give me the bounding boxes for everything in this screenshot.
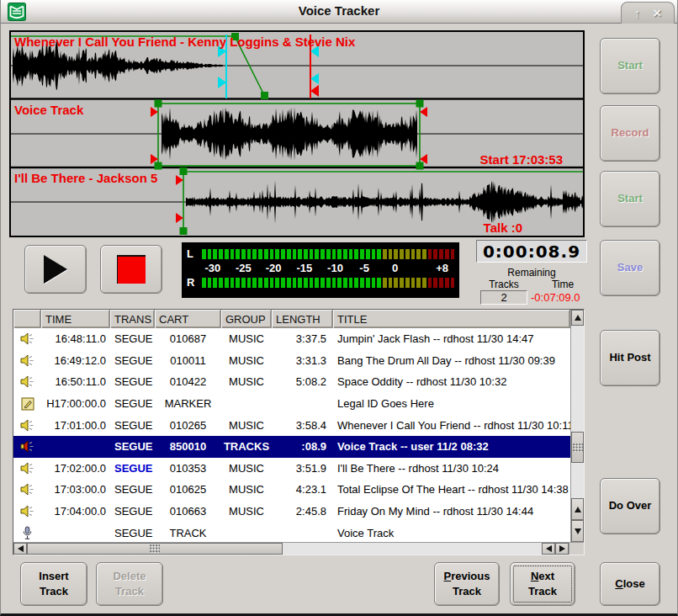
close-window-button[interactable]: × — [653, 6, 661, 20]
log-row[interactable]: SEGUE850010TRACKS:08.9Voice Track -- use… — [13, 436, 570, 458]
meter-scale-label: -5 — [359, 262, 369, 274]
previous-track-button[interactable]: Previous Track — [434, 562, 500, 606]
right-arrow-icon — [559, 545, 565, 552]
row-speaker-red-icon — [13, 436, 41, 458]
row-trans: SEGUE — [110, 414, 155, 436]
save-button[interactable]: Save — [600, 240, 660, 296]
scroll-left-button-2[interactable] — [542, 543, 555, 555]
track1-title: Whenever I Call You Friend - Kenny Loggi… — [14, 35, 355, 49]
horizontal-scrollbar[interactable] — [13, 542, 569, 555]
meter-left-bar — [202, 249, 454, 259]
row-trans: SEGUE — [110, 522, 155, 542]
meter-scale-label: +8 — [436, 262, 448, 274]
do-over-button[interactable]: Do Over — [600, 478, 660, 534]
play-icon — [44, 255, 67, 284]
log-row[interactable]: 16:49:12.0SEGUE010011MUSIC3:31.3Bang The… — [13, 350, 570, 372]
vertical-scrollbar[interactable] — [570, 310, 584, 542]
titlebar: Voice Tracker ↑ × — [1, 0, 677, 24]
row-time — [41, 522, 110, 542]
vertical-scroll-thumb[interactable] — [571, 432, 584, 463]
hit-post-button[interactable]: Hit Post — [600, 330, 660, 386]
log-table: TIME TRANS CART GROUP LENGTH TITLE 16:48… — [13, 309, 585, 555]
up-arrow-icon — [575, 315, 581, 321]
time-remaining-label: Time — [538, 279, 588, 290]
row-title: Voice Track — [333, 522, 570, 542]
row-speaker-icon — [13, 458, 41, 480]
record-button[interactable]: Record — [600, 105, 660, 162]
window-controls: ↑ × — [621, 2, 675, 24]
row-title: Total Eclipse Of The Heart -- rdhost 11/… — [333, 479, 570, 501]
left-arrow-icon — [546, 545, 552, 552]
thumb-grip — [573, 443, 583, 452]
meter-scale-label: 0 — [392, 262, 398, 274]
row-cart: TRACK — [155, 522, 221, 542]
up-arrow-icon — [575, 507, 581, 512]
stop-button[interactable] — [100, 245, 162, 294]
row-cart: 010422 — [155, 371, 221, 393]
log-row[interactable]: 17:04:00.0SEGUE010663MUSIC2:45.8Friday O… — [13, 501, 570, 523]
waveform-display[interactable]: Whenever I Call You Friend - Kenny Loggi… — [9, 30, 585, 237]
row-group — [221, 393, 272, 415]
row-title: Jumpin' Jack Flash -- rdhost 11/30 14:47 — [333, 328, 570, 350]
log-row[interactable]: 17:03:00.0SEGUE010625MUSIC4:23.1Total Ec… — [13, 479, 570, 501]
log-row[interactable]: SEGUETRACKVoice Track — [13, 522, 570, 542]
row-cart: 850010 — [155, 436, 221, 458]
row-speaker-icon — [13, 350, 41, 372]
row-title: Space Oddity -- rdhost 11/30 10:32 — [333, 371, 570, 393]
log-row[interactable]: 17:02:00.0SEGUE010353MUSIC3:51.9I'll Be … — [13, 458, 570, 480]
shade-window-button[interactable]: ↑ — [634, 7, 641, 19]
row-group: MUSIC — [221, 328, 272, 350]
thumb-grip — [150, 544, 160, 553]
start-button-2[interactable]: Start — [600, 171, 660, 227]
insert-track-button[interactable]: InsertTrack — [20, 562, 87, 606]
elapsed-time-display: 0:00:08.9 — [476, 240, 587, 263]
meter-scale-label: -10 — [327, 262, 343, 274]
start-button-1[interactable]: Start — [600, 38, 660, 94]
log-row[interactable]: 16:48:11.0SEGUE010687MUSIC3:37.5Jumpin' … — [13, 328, 570, 350]
row-length: 3:51.9 — [272, 458, 333, 480]
row-length: :08.9 — [272, 436, 333, 458]
next-track-button[interactable]: Next Track — [510, 562, 575, 606]
row-trans: SEGUE — [110, 371, 155, 393]
log-row[interactable]: 17:01:00.0SEGUE010265MUSIC3:58.4Whenever… — [13, 414, 570, 436]
row-time: H17:00:00.0 — [41, 393, 110, 415]
log-row[interactable]: H17:00:00.0SEGUEMARKERLegal ID Goes Here — [13, 393, 570, 415]
row-group — [221, 522, 272, 542]
row-trans: SEGUE — [110, 350, 155, 372]
scroll-left-button[interactable] — [13, 543, 27, 555]
log-row[interactable]: 16:50:11.0SEGUE010422MUSIC5:08.2Space Od… — [13, 371, 570, 393]
row-group: MUSIC — [221, 501, 272, 523]
row-length: 3:31.3 — [272, 350, 333, 372]
scroll-right-button[interactable] — [555, 543, 569, 555]
col-header-cart[interactable]: CART — [155, 310, 221, 328]
track3-talk-time: Talk :0 — [484, 220, 522, 235]
col-header-length[interactable]: LENGTH — [272, 310, 333, 328]
col-header-group[interactable]: GROUP — [221, 310, 272, 328]
row-trans: SEGUE — [110, 393, 155, 415]
scroll-up-button-2[interactable] — [571, 498, 584, 520]
col-header-title[interactable]: TITLE — [333, 310, 570, 328]
meter-scale-label: -30 — [204, 262, 220, 274]
horizontal-scroll-thumb[interactable] — [27, 543, 283, 555]
delete-track-button[interactable]: DeleteTrack — [96, 562, 163, 606]
meter-scale-label: -15 — [297, 262, 313, 274]
row-trans: SEGUE — [110, 501, 155, 523]
row-cart: 010353 — [155, 458, 221, 480]
waveforms[interactable] — [11, 32, 583, 236]
row-trans: SEGUE — [110, 458, 155, 480]
col-header-trans[interactable]: TRANS — [110, 310, 155, 328]
row-speaker-icon — [13, 479, 41, 501]
col-header-time[interactable]: TIME — [41, 310, 110, 328]
left-arrow-icon — [18, 545, 24, 552]
row-cart: 010625 — [155, 479, 221, 501]
row-time: 17:04:00.0 — [41, 501, 110, 523]
play-button[interactable] — [24, 245, 87, 294]
col-header-icon[interactable] — [13, 310, 41, 328]
scroll-up-button[interactable] — [571, 310, 584, 326]
row-time: 17:01:00.0 — [41, 414, 110, 436]
close-button[interactable]: Close — [600, 562, 660, 606]
track3-title: I'll Be There - Jackson 5 — [14, 171, 157, 185]
row-title: Bang The Drum All Day -- rdhost 11/30 09… — [333, 350, 570, 372]
row-speaker-icon — [13, 328, 41, 350]
scroll-down-button[interactable] — [571, 520, 584, 542]
